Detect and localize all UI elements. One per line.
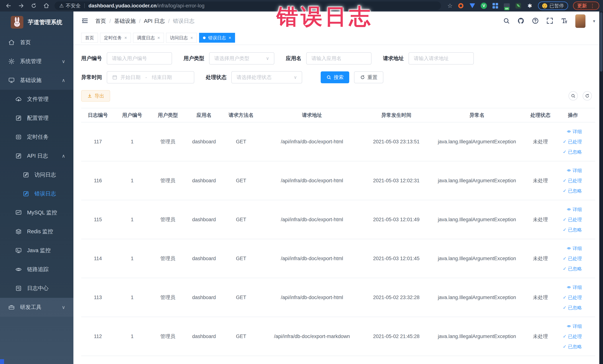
extension-switch-icon[interactable]: on bbox=[503, 2, 510, 9]
extension-v-icon[interactable]: V bbox=[480, 2, 487, 9]
chart-icon bbox=[15, 209, 22, 216]
process-status-select[interactable]: 请选择处理状态 ∨ bbox=[231, 71, 302, 83]
github-button[interactable] bbox=[517, 17, 524, 25]
scrollbar-thumb[interactable] bbox=[600, 12, 603, 71]
sidebar-item-access-log[interactable]: 访问日志 bbox=[0, 165, 73, 184]
tab-schedule-log[interactable]: 调度日志× bbox=[133, 33, 164, 43]
ignored-link[interactable]: ✓已忽略 bbox=[563, 305, 582, 311]
search-button[interactable]: 搜索 bbox=[321, 71, 349, 83]
browser-back-button[interactable] bbox=[4, 2, 13, 10]
browser-reload-button[interactable] bbox=[30, 2, 38, 10]
column-header: 应用名 bbox=[186, 112, 222, 118]
extension-paused-pill[interactable]: 已暂停 bbox=[538, 1, 568, 10]
tab-access-log[interactable]: 访问日志× bbox=[166, 33, 197, 43]
extension-shield-icon[interactable] bbox=[469, 2, 476, 9]
detail-link[interactable]: 详细 bbox=[567, 284, 582, 290]
processed-link[interactable]: ✓已处理 bbox=[563, 333, 582, 340]
sidebar-item-api-log[interactable]: API 日志 ∧ bbox=[0, 146, 73, 165]
sidebar-item-home[interactable]: 首页 bbox=[0, 33, 73, 52]
cell-user-type: 管理员 bbox=[150, 294, 186, 301]
help-button[interactable] bbox=[532, 17, 539, 25]
tab-scheduled-jobs[interactable]: 定时任务× bbox=[100, 33, 131, 43]
sidebar-item-config-management[interactable]: 配置管理 bbox=[0, 109, 73, 128]
close-icon[interactable]: × bbox=[157, 35, 160, 40]
chevron-down-icon: ∨ bbox=[294, 75, 297, 80]
processed-link[interactable]: ✓已处理 bbox=[563, 294, 582, 301]
extension-grid-icon[interactable] bbox=[492, 2, 499, 9]
processed-link[interactable]: ✓已处理 bbox=[563, 178, 582, 184]
table-row: 114 1 管理员 dashboard GET /api/infra/db-do… bbox=[81, 239, 595, 278]
user-avatar[interactable] bbox=[575, 14, 586, 28]
user-id-input[interactable] bbox=[107, 52, 172, 65]
sidebar-submenu-infrastructure: 文件管理 配置管理 定时任务 API 日志 ∧ bbox=[0, 90, 73, 298]
detail-link[interactable]: 详细 bbox=[567, 323, 582, 329]
app-name-input[interactable] bbox=[306, 52, 371, 65]
filter-app-name: 应用名 bbox=[286, 52, 371, 65]
reset-button[interactable]: 重置 bbox=[354, 71, 383, 83]
sidebar-item-file-management[interactable]: 文件管理 bbox=[0, 90, 73, 109]
date-range-picker[interactable]: 开始日期 - 结束日期 bbox=[107, 71, 194, 83]
sidebar: 芋道管理系统 首页 系统管理 ∨ 基础设施 ∧ 文件管理 bbox=[0, 12, 73, 364]
tab-home[interactable]: 首页 bbox=[81, 33, 98, 43]
close-icon[interactable]: × bbox=[190, 35, 193, 40]
font-size-button[interactable] bbox=[561, 17, 568, 25]
extension-leaf-icon[interactable] bbox=[515, 2, 522, 9]
security-label[interactable]: 不安全 bbox=[66, 2, 81, 9]
processed-link[interactable]: ✓已处理 bbox=[563, 217, 582, 223]
app-logo-row[interactable]: 芋道管理系统 bbox=[0, 12, 73, 33]
processed-link[interactable]: ✓已处理 bbox=[563, 139, 582, 145]
breadcrumb-item[interactable]: 基础设施 bbox=[114, 17, 136, 25]
sidebar-item-infrastructure[interactable]: 基础设施 ∧ bbox=[0, 71, 73, 90]
sidebar-item-system[interactable]: 系统管理 ∨ bbox=[0, 52, 73, 71]
ignored-link[interactable]: ✓已忽略 bbox=[563, 149, 582, 155]
sidebar-item-trace[interactable]: 链路追踪 bbox=[0, 260, 73, 279]
page-scrollbar[interactable] bbox=[599, 12, 603, 364]
reset-button-label: 重置 bbox=[367, 74, 377, 81]
sidebar-item-java-monitor[interactable]: Java 监控 bbox=[0, 241, 73, 260]
browser-home-button[interactable] bbox=[42, 2, 50, 10]
close-icon[interactable]: × bbox=[229, 35, 231, 40]
sidebar-item-log-center[interactable]: 日志中心 bbox=[0, 279, 73, 298]
address-bar[interactable]: ⚠ 不安全 dashboard.yudao.iocoder.cn/infra/l… bbox=[55, 1, 441, 10]
detail-link[interactable]: 详细 bbox=[567, 245, 582, 251]
request-url-input[interactable] bbox=[408, 52, 474, 65]
sidebar-item-scheduled-jobs[interactable]: 定时任务 bbox=[0, 128, 73, 146]
ignored-link[interactable]: ✓已忽略 bbox=[563, 266, 582, 272]
detail-link[interactable]: 详细 bbox=[567, 167, 582, 174]
fullscreen-button[interactable] bbox=[546, 17, 553, 25]
tab-label: 调度日志 bbox=[137, 35, 155, 41]
export-button[interactable]: 导出 bbox=[81, 90, 110, 102]
user-type-select[interactable]: 请选择用户类型 ∨ bbox=[209, 52, 274, 65]
sidebar-item-label: 配置管理 bbox=[27, 114, 48, 122]
breadcrumb-item[interactable]: 首页 bbox=[95, 17, 106, 25]
sidebar-item-error-log[interactable]: 错误日志 bbox=[0, 184, 73, 203]
kebab-menu-icon[interactable]: ⋮ bbox=[590, 3, 595, 9]
avatar-caret-icon[interactable]: ▾ bbox=[593, 19, 595, 24]
sidebar-item-mysql-monitor[interactable]: MySQL 监控 bbox=[0, 203, 73, 222]
cell-exception: java.lang.IllegalArgumentException bbox=[429, 295, 525, 300]
toggle-search-button[interactable] bbox=[568, 91, 578, 101]
sidebar-item-redis-monitor[interactable]: Redis 监控 bbox=[0, 222, 73, 241]
close-icon[interactable]: × bbox=[124, 35, 127, 40]
sidebar-item-dev-tools[interactable]: 研发工具 ∨ bbox=[0, 298, 73, 317]
browser-forward-button[interactable] bbox=[17, 2, 25, 10]
chevron-down-icon: ∨ bbox=[266, 56, 269, 61]
tab-error-log[interactable]: 错误日志× bbox=[199, 33, 235, 43]
browser-update-button[interactable]: 更新 ⋮ bbox=[573, 1, 599, 10]
breadcrumb-item[interactable]: API 日志 bbox=[144, 17, 165, 25]
header-search-button[interactable] bbox=[503, 17, 510, 25]
ignored-link[interactable]: ✓已忽略 bbox=[563, 188, 582, 194]
refresh-table-button[interactable] bbox=[583, 91, 592, 101]
cloud-upload-icon bbox=[15, 96, 22, 103]
ignored-link[interactable]: ✓已忽略 bbox=[563, 344, 582, 350]
ignored-link[interactable]: ✓已忽略 bbox=[563, 227, 582, 233]
bookmark-star-icon[interactable]: ☆ bbox=[447, 2, 453, 9]
sidebar-collapse-button[interactable] bbox=[81, 17, 89, 25]
detail-link[interactable]: 详细 bbox=[567, 129, 582, 135]
column-header: 处理状态 bbox=[525, 112, 556, 118]
detail-link[interactable]: 详细 bbox=[567, 206, 582, 212]
extension-puzzle-icon[interactable]: ✱ bbox=[526, 2, 533, 9]
extension-orange-icon[interactable] bbox=[457, 2, 464, 9]
tab-label: 访问日志 bbox=[170, 35, 188, 41]
processed-link[interactable]: ✓已处理 bbox=[563, 256, 582, 262]
